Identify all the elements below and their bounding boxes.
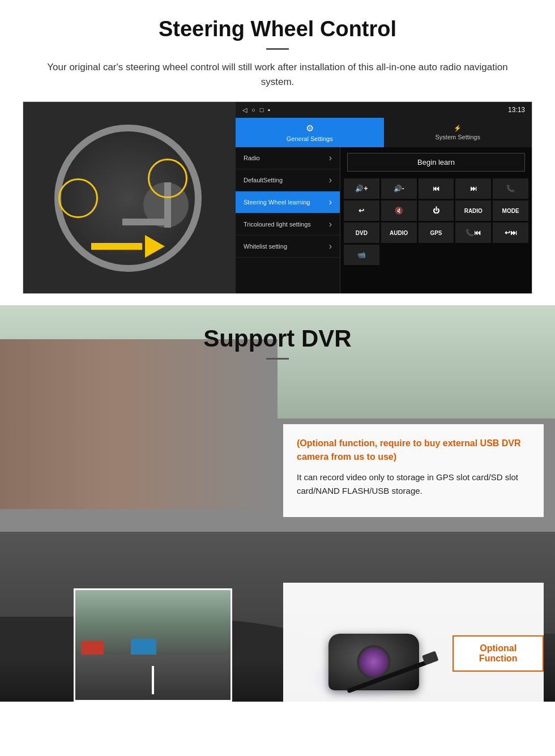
menu-item-radio[interactable]: Radio — [236, 147, 340, 169]
title-divider — [266, 48, 289, 50]
menu-radio-label: Radio — [244, 154, 260, 162]
inset-road-line — [152, 666, 154, 694]
menu-item-tricoloured[interactable]: Tricoloured light settings — [236, 213, 340, 236]
phone-button[interactable]: 📞 — [493, 178, 528, 199]
gps-button[interactable]: GPS — [419, 223, 454, 243]
dvr-divider — [266, 358, 289, 360]
steering-description: Your original car's steering wheel contr… — [34, 60, 521, 89]
begin-learn-button[interactable]: Begin learn — [347, 153, 525, 172]
tab-general-settings[interactable]: General Settings — [236, 118, 384, 147]
audio-button[interactable]: AUDIO — [381, 223, 417, 243]
tab-system-settings[interactable]: ⚡ System Settings — [384, 118, 532, 147]
menu-item-defaultsetting[interactable]: DefaultSetting — [236, 169, 340, 191]
dvr-title-area: Support DVR — [0, 305, 555, 371]
android-ui-panel: ◁ ○ □ ▪ 13:13 General Settings ⚡ System … — [236, 102, 532, 294]
vol-up-button[interactable]: 🔊+ — [344, 178, 379, 199]
camera-device — [283, 594, 452, 702]
back-call-button[interactable]: ↩ — [344, 200, 379, 221]
mode-button[interactable]: MODE — [493, 200, 528, 221]
menu-item-whitelist[interactable]: Whitelist setting — [236, 236, 340, 258]
menu-steering-label: Steering Wheel learning — [244, 198, 310, 206]
arrow-indicator — [91, 232, 165, 260]
dvr-description: It can record video only to storage in G… — [297, 471, 530, 498]
tab-system-label: System Settings — [436, 134, 480, 140]
settings-content: Radio DefaultSetting Steering Wheel lear… — [236, 147, 532, 294]
wheel-spoke-v — [122, 219, 168, 225]
highlight-circle-left — [58, 178, 98, 218]
chevron-icon-5 — [329, 241, 332, 251]
menu-whitelist-label: Whitelist setting — [244, 242, 287, 250]
ui-mockup: ◁ ○ □ ▪ 13:13 General Settings ⚡ System … — [23, 101, 532, 294]
settings-menu: Radio DefaultSetting Steering Wheel lear… — [236, 147, 340, 294]
tab-general-label: General Settings — [287, 135, 333, 142]
dvr-btn[interactable]: 📹 — [344, 245, 379, 265]
inset-car-1 — [81, 641, 104, 655]
begin-learn-row: Begin learn — [344, 151, 528, 174]
steering-section: Steering Wheel Control Your original car… — [0, 0, 555, 305]
statusbar-nav-icons: ◁ ○ □ ▪ — [242, 106, 270, 114]
highlight-circle-right — [148, 159, 187, 198]
recents-icon[interactable]: □ — [260, 106, 264, 113]
home-icon[interactable]: ○ — [251, 106, 255, 113]
control-buttons-grid: 🔊+ 🔊- ⏮ ⏭ 📞 ↩ 🔇 ⏻ RADIO MODE DVD AUDIO G… — [344, 178, 528, 265]
gear-icon — [306, 123, 314, 134]
menu-item-steering-learning[interactable]: Steering Wheel learning — [236, 191, 340, 213]
android-statusbar: ◁ ○ □ ▪ 13:13 — [236, 102, 532, 118]
record-icon[interactable]: ▪ — [268, 106, 270, 113]
dvr-info-card: (Optional function, require to buy exter… — [283, 424, 544, 517]
steering-title: Steering Wheel Control — [23, 17, 532, 41]
chevron-icon — [329, 153, 332, 163]
settings-tabs: General Settings ⚡ System Settings — [236, 118, 532, 147]
menu-default-label: DefaultSetting — [244, 176, 283, 184]
next-track-button[interactable]: ⏭ — [455, 178, 491, 199]
prev-track-button[interactable]: ⏮ — [419, 178, 454, 199]
vol-down-button[interactable]: 🔊- — [381, 178, 417, 199]
statusbar-time: 13:13 — [508, 106, 525, 114]
chevron-icon-4 — [329, 219, 332, 229]
back-next-button[interactable]: ↩⏭ — [493, 223, 528, 243]
inset-car-2 — [131, 639, 156, 655]
optional-function-button[interactable]: Optional Function — [452, 635, 544, 672]
dvr-title: Support DVR — [0, 325, 555, 352]
menu-tricoloured-label: Tricoloured light settings — [244, 220, 311, 228]
mute-button[interactable]: 🔇 — [381, 200, 417, 221]
power-button[interactable]: ⏻ — [419, 200, 454, 221]
radio-button[interactable]: RADIO — [455, 200, 491, 221]
chevron-icon-2 — [329, 175, 332, 185]
back-icon[interactable]: ◁ — [242, 106, 247, 114]
dvr-optional-text: (Optional function, require to buy exter… — [297, 437, 530, 464]
dvd-button[interactable]: DVD — [344, 223, 379, 243]
phone-prev-button[interactable]: 📞⏮ — [455, 223, 491, 243]
steering-photo — [23, 102, 236, 294]
camera-lens — [357, 645, 391, 679]
system-icon: ⚡ — [454, 125, 462, 132]
dvr-camera-area: Optional Function — [283, 583, 544, 702]
dvr-section: Support DVR (Optional function, require … — [0, 305, 555, 702]
inset-cars — [81, 626, 232, 655]
dvr-inset-photo — [74, 588, 232, 702]
chevron-icon-3 — [329, 197, 332, 207]
control-panel: Begin learn 🔊+ 🔊- ⏮ ⏭ 📞 ↩ 🔇 ⏻ RADIO MODE… — [340, 147, 532, 294]
